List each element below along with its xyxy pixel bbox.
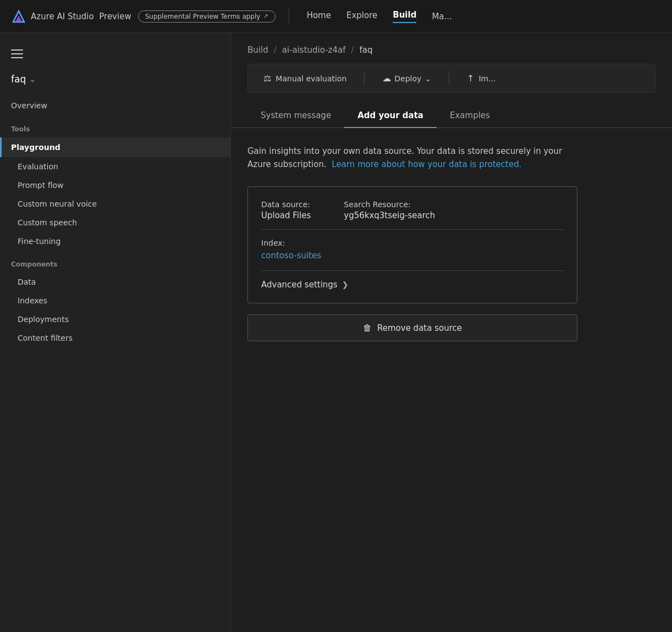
advanced-settings-button[interactable]: Advanced settings ❯ xyxy=(261,280,564,290)
logo-area: Azure AI Studio Preview xyxy=(11,9,131,24)
remove-btn-label: Remove data source xyxy=(377,323,462,333)
project-selector[interactable]: faq ⌄ xyxy=(0,69,230,96)
breadcrumb-build[interactable]: Build xyxy=(247,45,268,55)
learn-more-link[interactable]: Learn more about how your data is protec… xyxy=(332,159,521,169)
app-name: Azure AI Studio Preview xyxy=(31,12,131,21)
sidebar-item-content-filters[interactable]: Content filters xyxy=(0,329,230,347)
deploy-button[interactable]: ☁ Deploy ⌄ xyxy=(378,71,436,86)
index-label: Index: xyxy=(261,239,564,247)
sidebar-item-promptflow[interactable]: Prompt flow xyxy=(0,176,230,195)
top-nav: Azure AI Studio Preview Supplemental Pre… xyxy=(0,0,672,33)
hamburger-menu[interactable] xyxy=(0,44,230,69)
description-text: Gain insights into your own data source.… xyxy=(247,145,577,171)
chevron-right-icon: ❯ xyxy=(342,280,349,289)
manual-eval-button[interactable]: ⚖ Manual evaluation xyxy=(259,71,351,86)
import-button[interactable]: ↑ Im... xyxy=(462,71,500,86)
data-source-label: Data source: xyxy=(261,200,311,209)
toolbar: ⚖ Manual evaluation ☁ Deploy ⌄ ↑ Im... xyxy=(247,64,656,93)
trash-icon: 🗑 xyxy=(363,323,372,333)
sidebar-item-indexes[interactable]: Indexes xyxy=(0,291,230,310)
remove-data-source-button[interactable]: 🗑 Remove data source xyxy=(247,314,577,341)
search-resource-label: Search Resource: xyxy=(344,200,435,209)
project-name: faq xyxy=(11,74,26,85)
manual-eval-label: Manual evaluation xyxy=(276,74,346,83)
main-content: Gain insights into your own data source.… xyxy=(231,128,672,632)
nav-explore[interactable]: Explore xyxy=(346,10,377,23)
preview-terms-text: Supplemental Preview Terms apply xyxy=(145,13,261,20)
index-value-link[interactable]: contoso-suites xyxy=(261,251,564,260)
data-source-top-row: Data source: Upload Files Search Resourc… xyxy=(261,200,564,220)
nav-divider xyxy=(289,8,289,25)
nav-more[interactable]: Ma... xyxy=(432,12,451,21)
data-source-col: Data source: Upload Files xyxy=(261,200,311,220)
sidebar-item-evaluation[interactable]: Evaluation xyxy=(0,157,230,176)
sidebar-item-playground[interactable]: Playground xyxy=(0,137,230,157)
upload-icon: ↑ xyxy=(467,73,474,84)
toolbar-divider-1 xyxy=(364,72,365,85)
cloud-upload-icon: ☁ xyxy=(382,73,391,84)
nav-build[interactable]: Build xyxy=(393,10,416,23)
breadcrumb-hub[interactable]: ai-aistudio-z4af xyxy=(282,45,346,55)
tab-examples[interactable]: Examples xyxy=(437,106,503,128)
scales-icon: ⚖ xyxy=(263,73,271,84)
breadcrumb-project[interactable]: faq xyxy=(360,45,373,55)
app-name-text: Azure AI Studio xyxy=(31,12,94,21)
top-nav-links: Home Explore Build Ma... xyxy=(307,10,452,23)
app-preview-text: Preview xyxy=(99,12,131,21)
data-source-value: Upload Files xyxy=(261,210,311,220)
sidebar-item-overview[interactable]: Overview xyxy=(0,96,230,115)
breadcrumb-sep-2: / xyxy=(351,45,354,55)
sidebar-item-custom-speech[interactable]: Custom speech xyxy=(0,213,230,232)
sidebar-item-fine-tuning[interactable]: Fine-tuning xyxy=(0,232,230,251)
content-area: Build / ai-aistudio-z4af / faq ⚖ Manual … xyxy=(231,33,672,632)
sidebar-item-custom-neural-voice[interactable]: Custom neural voice xyxy=(0,195,230,213)
main-layout: faq ⌄ Overview Tools Playground Evaluati… xyxy=(0,33,672,632)
sidebar-item-data[interactable]: Data xyxy=(0,273,230,291)
azure-logo-icon xyxy=(11,9,26,24)
toolbar-divider-2 xyxy=(449,72,449,85)
data-source-card: Data source: Upload Files Search Resourc… xyxy=(247,186,577,303)
breadcrumb-sep-1: / xyxy=(274,45,277,55)
card-divider-2 xyxy=(261,270,564,271)
tabs-row: System message Add your data Examples xyxy=(231,93,672,128)
search-resource-value: yg56kxq3tseig-search xyxy=(344,210,435,220)
preview-terms-badge[interactable]: Supplemental Preview Terms apply ↗ xyxy=(138,10,276,23)
deploy-label: Deploy xyxy=(394,74,421,83)
hamburger-icon xyxy=(11,49,219,58)
nav-home[interactable]: Home xyxy=(307,10,331,23)
search-resource-col: Search Resource: yg56kxq3tseig-search xyxy=(344,200,435,220)
tab-add-your-data[interactable]: Add your data xyxy=(344,106,437,128)
sidebar-section-tools: Tools xyxy=(0,115,230,137)
breadcrumb: Build / ai-aistudio-z4af / faq xyxy=(231,33,672,64)
project-chevron-icon: ⌄ xyxy=(29,75,36,84)
import-label: Im... xyxy=(478,74,495,83)
deploy-chevron-icon: ⌄ xyxy=(425,74,431,83)
tab-system-message[interactable]: System message xyxy=(247,106,344,128)
advanced-settings-label: Advanced settings xyxy=(261,280,338,290)
sidebar-section-components: Components xyxy=(0,251,230,273)
external-link-icon: ↗ xyxy=(263,13,268,20)
sidebar-item-deployments[interactable]: Deployments xyxy=(0,310,230,329)
sidebar: faq ⌄ Overview Tools Playground Evaluati… xyxy=(0,33,231,632)
card-divider xyxy=(261,229,564,230)
